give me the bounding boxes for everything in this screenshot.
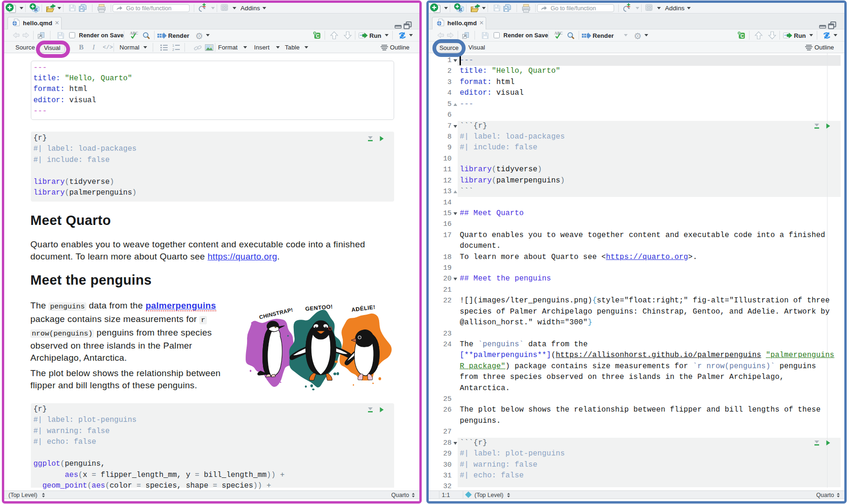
svg-text:2: 2 [172,48,174,51]
svg-text:ABC: ABC [130,31,138,35]
svg-text:ABC: ABC [554,31,563,35]
svg-text:ADÉLIE!: ADÉLIE! [351,303,376,313]
svg-text:1: 1 [172,44,174,47]
svg-text:CHINSTRAP!: CHINSTRAP! [259,307,294,320]
svg-text:C: C [316,33,320,39]
svg-text:C: C [741,33,744,39]
svg-text:GENTOO!: GENTOO! [305,303,333,312]
